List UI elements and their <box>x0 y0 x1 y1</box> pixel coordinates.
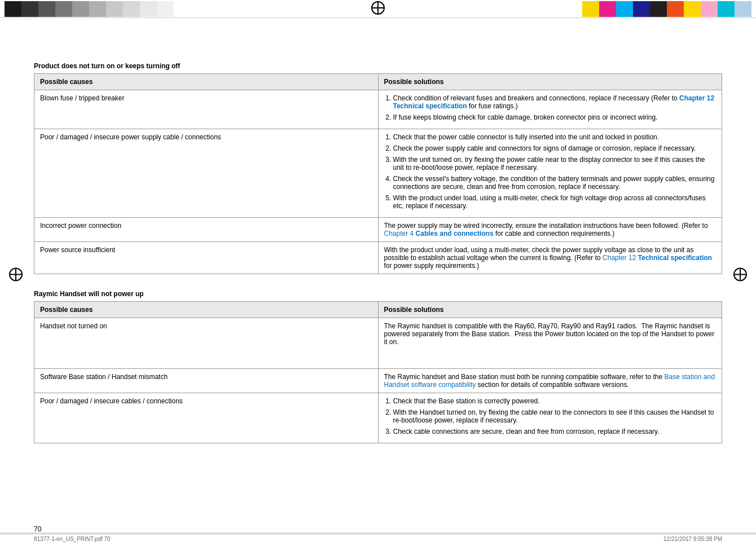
list-item: Check condition of relevant fuses and br… <box>393 94 717 110</box>
cause-cell: Blown fuse / tripped breaker <box>34 90 379 129</box>
section1-table: Possible causes Possible solutions Blown… <box>34 73 722 274</box>
list-item: With the unit turned on, try flexing the… <box>393 156 717 171</box>
table-row: Poor / damaged / insecure power supply c… <box>34 129 722 218</box>
cause-cell: Poor / damaged / insecure power supply c… <box>34 129 379 218</box>
cause-cell: Software Base station / Handset mismatch <box>34 369 379 393</box>
solution-cell: The Raymic handset is compatible with th… <box>378 318 722 369</box>
list-item: Check the vessel's battery voltage, the … <box>393 175 717 191</box>
table-row: Handset not turned on The Raymic handset… <box>34 318 722 369</box>
color-swatches-left <box>5 1 174 17</box>
solution-cell: The Raymic handset and Base station must… <box>378 369 722 393</box>
center-crosshair <box>371 1 385 16</box>
list-item: With the Handset turned on, try flexing … <box>393 408 717 424</box>
section2-col1: Possible causes <box>34 302 379 318</box>
cause-cell: Handset not turned on <box>34 318 379 369</box>
solution-cell: Check condition of relevant fuses and br… <box>378 90 722 129</box>
solution-cell: With the product under load, using a mul… <box>378 242 722 274</box>
table-row: Blown fuse / tripped breaker Check condi… <box>34 90 722 129</box>
solution-cell: Check that the Base station is correctly… <box>378 393 722 443</box>
section1-col2: Possible solutions <box>378 74 722 90</box>
footer-date: 12/21/2017 9:05:38 PM <box>663 536 722 542</box>
color-swatches-right <box>582 1 751 17</box>
footer-filename: 81377-1-en_US_PRINT.pdf 70 <box>34 536 111 542</box>
section2-table: Possible causes Possible solutions Hands… <box>34 301 722 443</box>
section2-title: Raymic Handset will not power up <box>34 290 722 298</box>
list-item: Check the power supply cable and connect… <box>393 144 717 152</box>
chapter12-link2[interactable]: Chapter 12 Technical specification <box>603 254 712 262</box>
table-row: Incorrect power connection The power sup… <box>34 218 722 242</box>
list-item: Check that the power cable connector is … <box>393 133 717 141</box>
cause-cell: Incorrect power connection <box>34 218 379 242</box>
cause-cell: Poor / damaged / insecure cables / conne… <box>34 393 379 443</box>
section1-col1: Possible causes <box>34 74 379 90</box>
right-crosshair <box>733 267 747 283</box>
cause-cell: Power source insufficient <box>34 242 379 274</box>
chapter12-link[interactable]: Chapter 12 Technical specification <box>393 94 715 110</box>
page-number: 70 <box>34 525 41 533</box>
compatibility-link[interactable]: Base station and Handset software compat… <box>384 373 715 389</box>
list-item: With the product under load, using a mul… <box>393 194 717 210</box>
list-item: If fuse keeps blowing check for cable da… <box>393 113 717 121</box>
section1-title: Product does not turn on or keeps turnin… <box>34 62 722 70</box>
section2-col2: Possible solutions <box>378 302 722 318</box>
table-row: Software Base station / Handset mismatch… <box>34 369 722 393</box>
chapter4-link[interactable]: Chapter 4 Cables and connections <box>384 230 494 237</box>
solution-cell: Check that the power cable connector is … <box>378 129 722 218</box>
list-item: Check that the Base station is correctly… <box>393 397 717 405</box>
list-item: Check cable connections are secure, clea… <box>393 428 717 435</box>
left-crosshair <box>9 267 23 283</box>
solution-cell: The power supply may be wired incorrectl… <box>378 218 722 242</box>
table-row: Poor / damaged / insecure cables / conne… <box>34 393 722 443</box>
table-row: Power source insufficient With the produ… <box>34 242 722 274</box>
